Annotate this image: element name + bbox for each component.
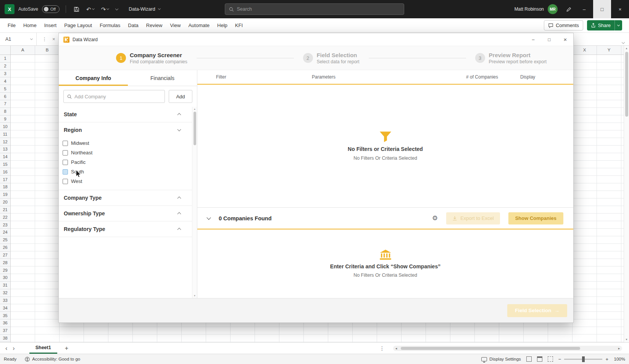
tab-company-info[interactable]: Company Info	[59, 70, 128, 86]
row-header-4[interactable]: 4	[0, 77, 10, 85]
row-header-36[interactable]: 36	[0, 319, 10, 327]
row-header-11[interactable]: 11	[0, 130, 10, 138]
row-header-7[interactable]: 7	[0, 100, 10, 108]
row-header-3[interactable]: 3	[0, 70, 10, 78]
horizontal-scroll-thumb[interactable]	[401, 347, 580, 350]
row-header-12[interactable]: 12	[0, 138, 10, 146]
chevron-down-icon[interactable]	[206, 215, 211, 220]
row-header-33[interactable]: 33	[0, 297, 10, 305]
accessibility-status[interactable]: Accessibility: Good to go	[25, 357, 80, 362]
ribbon-tab-formulas[interactable]: Formulas	[96, 18, 124, 32]
row-header-28[interactable]: 28	[0, 259, 10, 266]
display-settings-button[interactable]: Display Settings	[481, 357, 521, 361]
comments-button[interactable]: Comments	[544, 20, 583, 30]
excel-app-icon[interactable]: X	[5, 4, 15, 14]
row-header-13[interactable]: 13	[0, 146, 10, 153]
row-header-6[interactable]: 6	[0, 93, 10, 100]
filter-option-midwest[interactable]: Midwest	[63, 138, 192, 148]
add-sheet-button[interactable]: +	[65, 345, 68, 352]
cancel-icon[interactable]: ×	[52, 36, 55, 42]
name-box[interactable]: A1	[0, 33, 37, 45]
ribbon-tab-page-layout[interactable]: Page Layout	[60, 18, 96, 32]
row-header-30[interactable]: 30	[0, 274, 10, 282]
row-header-27[interactable]: 27	[0, 252, 10, 259]
ribbon-tab-kfi[interactable]: KFI	[231, 18, 247, 32]
section-company-type[interactable]: Company Type	[59, 190, 192, 205]
select-all-corner[interactable]	[0, 46, 11, 55]
row-header-31[interactable]: 31	[0, 282, 10, 289]
column-header-B[interactable]: B	[35, 46, 60, 55]
section-region[interactable]: Region	[59, 122, 192, 138]
checkbox-pacific[interactable]	[63, 160, 68, 165]
section-ownership-type[interactable]: Ownership Type	[59, 206, 192, 221]
column-header-A[interactable]: A	[11, 46, 35, 55]
ribbon-tab-help[interactable]: Help	[213, 18, 231, 32]
row-header-25[interactable]: 25	[0, 236, 10, 244]
row-header-16[interactable]: 16	[0, 168, 10, 176]
row-header-34[interactable]: 34	[0, 304, 10, 312]
row-header-14[interactable]: 14	[0, 153, 10, 161]
wizard-minimize-button[interactable]: –	[525, 33, 541, 46]
row-header-24[interactable]: 24	[0, 229, 10, 236]
row-header-22[interactable]: 22	[0, 213, 10, 221]
row-header-8[interactable]: 8	[0, 108, 10, 115]
zoom-slider-thumb[interactable]	[582, 356, 585, 362]
scroll-up-icon[interactable]: ▴	[192, 107, 197, 111]
checkbox-west[interactable]	[63, 179, 68, 184]
add-company-search[interactable]	[63, 90, 165, 103]
ribbon-tab-view[interactable]: View	[166, 18, 184, 32]
row-header-18[interactable]: 18	[0, 183, 10, 191]
page-break-view-button[interactable]	[548, 356, 553, 362]
more-vertical-icon[interactable]: ⋮	[42, 36, 47, 42]
row-header-35[interactable]: 35	[0, 312, 10, 319]
wizard-close-button[interactable]: ×	[557, 33, 573, 46]
row-header-20[interactable]: 20	[0, 199, 10, 206]
section-state[interactable]: State	[59, 107, 192, 122]
scroll-right-icon[interactable]: ▸	[616, 346, 622, 350]
window-close-button[interactable]: ×	[611, 0, 629, 18]
more-vertical-icon[interactable]: ⋮	[379, 345, 385, 351]
tab-financials[interactable]: Financials	[128, 70, 197, 86]
row-header-29[interactable]: 29	[0, 266, 10, 274]
avatar[interactable]: MR	[548, 4, 558, 14]
row-header-9[interactable]: 9	[0, 115, 10, 123]
scroll-up-icon[interactable]: ▴	[624, 46, 629, 51]
ribbon-tab-file[interactable]: File	[4, 18, 19, 32]
undo-button[interactable]: ↶	[85, 6, 96, 12]
wizard-maximize-button[interactable]: □	[541, 33, 557, 46]
ribbon-tab-data[interactable]: Data	[124, 18, 142, 32]
share-dropdown-button[interactable]	[614, 20, 622, 30]
titlebar-search[interactable]	[225, 3, 404, 15]
row-header-2[interactable]: 2	[0, 63, 10, 70]
filter-option-pacific[interactable]: Pacific	[63, 157, 192, 167]
ribbon-tab-insert[interactable]: Insert	[40, 18, 61, 32]
gear-icon[interactable]: ⚙	[432, 214, 438, 222]
vertical-scrollbar[interactable]: ▴ ▾	[624, 46, 629, 342]
user-name[interactable]: Matt Robinson	[514, 6, 544, 12]
window-minimize-button[interactable]: –	[575, 0, 593, 18]
document-title[interactable]: Data-Wizard	[129, 6, 160, 12]
row-header-17[interactable]: 17	[0, 176, 10, 183]
row-header-37[interactable]: 37	[0, 327, 10, 335]
section-regulatory-type[interactable]: Regulatory Type	[59, 221, 192, 237]
save-button[interactable]	[72, 6, 81, 12]
row-header-23[interactable]: 23	[0, 221, 10, 229]
zoom-slider[interactable]	[564, 359, 602, 360]
autosave-toggle[interactable]: Off	[42, 5, 60, 13]
vertical-scroll-thumb[interactable]	[625, 52, 628, 117]
panel-scrollbar[interactable]: ▴ ▾	[192, 107, 197, 298]
normal-view-button[interactable]	[526, 356, 532, 362]
scroll-left-icon[interactable]: ◂	[393, 346, 399, 350]
sheet-tab-sheet1[interactable]: Sheet1	[29, 343, 57, 354]
page-layout-view-button[interactable]	[537, 356, 542, 362]
inking-button[interactable]	[562, 0, 575, 18]
column-header-Y[interactable]: Y	[597, 46, 621, 55]
row-header-10[interactable]: 10	[0, 123, 10, 130]
row-header-38[interactable]: 38	[0, 335, 10, 342]
window-restore-button[interactable]: □	[593, 0, 611, 18]
row-header-5[interactable]: 5	[0, 85, 10, 93]
horizontal-scrollbar[interactable]: ◂ ▸	[393, 346, 622, 351]
column-header-X[interactable]: X	[573, 46, 597, 55]
add-company-input[interactable]	[74, 94, 161, 99]
ribbon-tab-automate[interactable]: Automate	[184, 18, 213, 32]
